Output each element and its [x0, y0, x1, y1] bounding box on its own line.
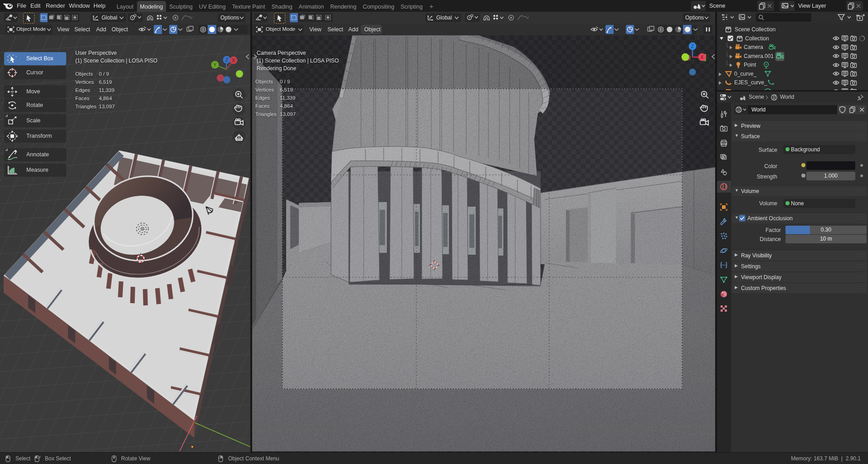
svg-text:X: X	[232, 58, 235, 63]
svg-text:Z: Z	[691, 44, 694, 49]
svg-text:Z: Z	[225, 58, 228, 63]
svg-text:Y: Y	[214, 63, 217, 68]
svg-text:X: X	[700, 54, 703, 60]
